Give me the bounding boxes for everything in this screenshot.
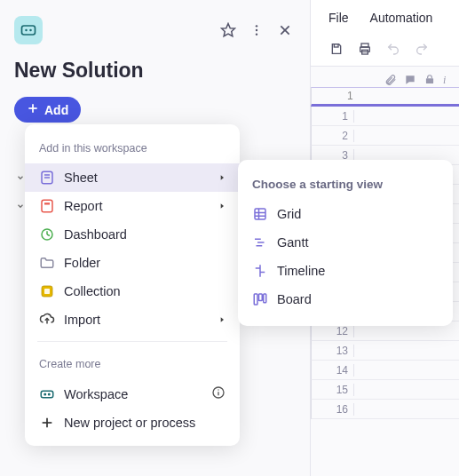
dashboard-icon [39,226,55,242]
proof-icon[interactable] [423,74,436,86]
add-button-label: Add [44,103,68,117]
submenu-item-grid[interactable]: Grid [238,200,453,228]
sheet-row[interactable]: 2 [311,126,459,146]
row-number: 14 [312,364,354,377]
menu-item-label: Sheet [64,171,210,185]
menu-item-label: Workspace [64,387,202,401]
svg-rect-33 [255,209,265,219]
submenu-item-board[interactable]: Board [238,285,453,313]
submenu-item-label: Grid [277,207,439,221]
print-icon[interactable] [357,41,373,57]
menu-automation[interactable]: Automation [370,11,433,25]
svg-point-26 [44,393,46,395]
menu-item-label: New project or process [64,416,226,430]
svg-rect-15 [42,200,52,212]
chevron-right-icon [218,199,226,213]
svg-rect-44 [259,294,263,301]
svg-point-30 [218,389,218,390]
menu-item-import[interactable]: Import [25,305,240,334]
chevron-right-icon [218,171,226,185]
sheet-row[interactable]: 13 [311,341,459,361]
submenu-item-gantt[interactable]: Gantt [238,228,453,257]
svg-marker-14 [221,175,224,179]
menu-item-folder[interactable]: Folder [25,249,240,277]
timeline-icon [252,263,268,279]
svg-marker-3 [222,24,235,36]
save-icon[interactable] [328,41,344,57]
row-number: 12 [312,325,354,337]
svg-point-2 [29,29,32,32]
svg-marker-17 [221,203,224,208]
row-number: 13 [312,345,354,357]
import-icon [39,312,55,328]
svg-rect-50 [426,78,433,83]
comment-icon[interactable] [404,74,416,86]
sheet-submenu: Choose a starting view Grid Gantt Timeli… [238,160,453,326]
sheet-icon [39,170,55,186]
row-number: 1 [312,110,354,123]
row-number: 2 [312,130,354,142]
svg-rect-22 [44,289,50,294]
svg-rect-25 [41,391,53,398]
undo-icon[interactable] [385,41,401,57]
workspace-icon [39,386,55,402]
chevron-down-icon[interactable] [16,198,25,214]
info-icon[interactable] [211,385,226,402]
svg-point-6 [256,33,257,35]
svg-rect-0 [22,26,36,35]
app-logo [14,16,43,44]
folder-icon [39,255,55,271]
submenu-item-label: Board [277,292,439,306]
svg-rect-46 [334,44,338,47]
add-dropdown-menu: Add in this workspace Sheet Report Dashb… [25,124,240,446]
star-icon[interactable] [218,20,239,41]
svg-rect-43 [254,294,257,305]
svg-point-27 [49,393,51,395]
menu-divider [37,341,227,342]
menu-section-label: Create more [25,349,240,379]
sheet-row[interactable]: 16 [311,400,459,419]
column-header-row[interactable]: 1 [311,87,459,107]
info-column-icon[interactable]: i [443,74,455,86]
gantt-icon [252,234,268,250]
menu-item-dashboard[interactable]: Dashboard [25,220,240,249]
plus-icon [27,102,39,117]
submenu-item-timeline[interactable]: Timeline [238,257,453,285]
report-icon [39,198,55,214]
menu-item-sheet[interactable]: Sheet [25,163,240,192]
kebab-menu-icon[interactable] [246,20,267,41]
column-header: 1 [312,90,353,102]
menu-item-label: Import [64,313,210,327]
redo-icon[interactable] [414,41,430,57]
svg-point-1 [25,29,28,32]
svg-point-5 [256,29,257,31]
plus-icon [39,415,55,431]
row-number: 15 [312,384,354,396]
menu-item-workspace[interactable]: Workspace [25,379,240,409]
svg-rect-45 [264,294,266,303]
menu-item-collection[interactable]: Collection [25,277,240,305]
submenu-item-label: Timeline [277,264,439,278]
sheet-row[interactable]: 14 [311,361,459,380]
grid-icon [252,206,268,222]
menu-item-label: Dashboard [64,227,226,242]
menu-item-label: Collection [64,284,226,298]
svg-rect-16 [44,202,50,204]
menu-item-new-project[interactable]: New project or process [25,409,240,437]
menu-file[interactable]: File [328,11,349,25]
add-button[interactable]: Add [14,97,81,123]
submenu-item-label: Gantt [277,235,439,250]
collection-icon [39,283,55,299]
chevron-down-icon[interactable] [16,170,25,186]
close-icon[interactable] [274,20,296,41]
menu-item-report[interactable]: Report [25,192,240,220]
row-number: 16 [312,403,354,416]
menu-item-label: Folder [64,256,226,270]
svg-line-20 [47,234,50,236]
attachment-icon[interactable] [384,74,397,86]
menu-item-label: Report [64,199,210,213]
page-title: New Solution [14,59,296,83]
sheet-row[interactable]: 1 [311,107,459,126]
sheet-row[interactable]: 15 [311,380,459,400]
svg-point-4 [256,25,257,27]
